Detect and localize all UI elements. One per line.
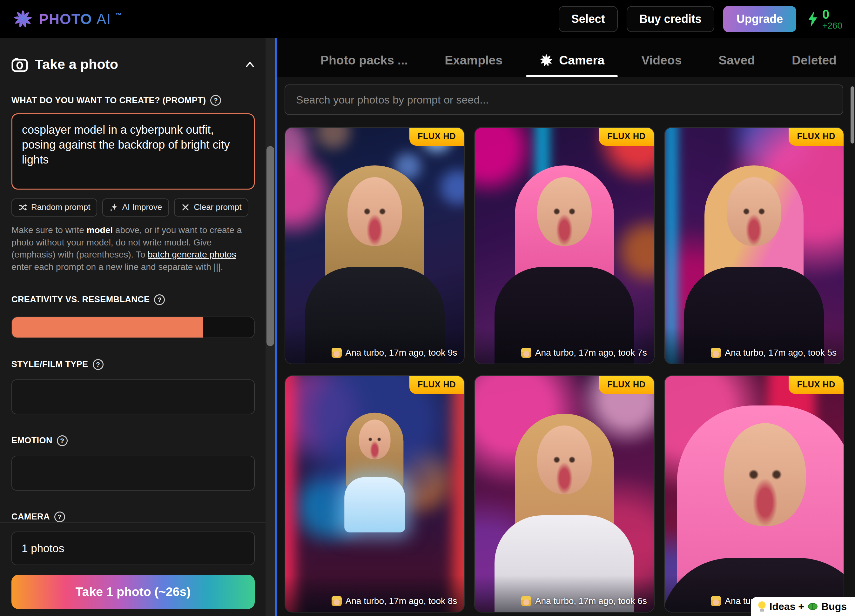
sidebar-scrollbar-thumb[interactable] bbox=[267, 146, 274, 346]
photo-caption: Ana turbo, 17m ago, took 7s bbox=[475, 343, 654, 363]
sidebar-footer: 1 photos Take 1 photo (~26s) bbox=[0, 522, 266, 616]
ideas-label: Ideas + bbox=[769, 601, 804, 613]
prompt-actions: Random prompt AI Improve Clear prompt bbox=[11, 198, 255, 216]
credits-count: 0 bbox=[822, 8, 829, 21]
style-input[interactable] bbox=[11, 380, 255, 414]
credits-indicator[interactable]: 0 +260 bbox=[807, 8, 842, 30]
gallery-main: Photo packs ... Examples bbox=[277, 38, 855, 616]
model-avatar-icon bbox=[711, 596, 721, 606]
camera-help-icon[interactable]: ? bbox=[54, 512, 65, 523]
photo-card[interactable]: FLUX HD Ana turbo, 17m ago, took 7s bbox=[474, 127, 654, 364]
swirl-tab-icon bbox=[539, 54, 553, 67]
random-prompt-button[interactable]: Random prompt bbox=[11, 198, 97, 216]
photoai-app: PHOTO AI ™ Select Buy credits Upgrade 0 … bbox=[0, 0, 855, 616]
tab-videos[interactable]: Videos bbox=[641, 44, 682, 77]
style-help-icon[interactable]: ? bbox=[93, 359, 104, 370]
photo-figure bbox=[323, 391, 426, 528]
sparkles-icon bbox=[109, 203, 118, 212]
take-photo-sidebar: Take a photo WHAT DO YOU WANT TO CREATE?… bbox=[0, 38, 266, 616]
model-avatar-icon bbox=[521, 596, 531, 606]
photo-caption: Ana turbo, 17m ago, took 5s bbox=[665, 343, 844, 363]
sidebar-scroll-content: Take a photo WHAT DO YOU WANT TO CREATE?… bbox=[0, 38, 266, 522]
model-avatar-icon bbox=[521, 348, 531, 358]
creativity-help-icon[interactable]: ? bbox=[154, 294, 165, 305]
chevron-up-icon[interactable] bbox=[245, 61, 255, 68]
ideas-bugs-badge[interactable]: Ideas + Bugs bbox=[751, 597, 855, 616]
photo-card[interactable]: FLUX HD Ana turbo, 17m ago, took 6s bbox=[474, 375, 654, 613]
search-bar bbox=[285, 84, 843, 115]
style-label: STYLE/FILM TYPE bbox=[11, 359, 88, 369]
creativity-label-row: CREATIVITY VS. RESEMBLANCE ? bbox=[11, 294, 255, 305]
photo-card[interactable]: FLUX HD Ana turbo, 17m ago, took 9s bbox=[285, 127, 465, 364]
take-photo-button[interactable]: Take 1 photo (~26s) bbox=[11, 575, 255, 609]
prompt-help-icon[interactable]: ? bbox=[210, 95, 221, 106]
helper-model-word: model bbox=[87, 225, 113, 235]
photo-grid: FLUX HD Ana turbo, 17m ago, took 9s FLUX… bbox=[285, 127, 844, 613]
camera-label: CAMERA bbox=[11, 512, 50, 522]
upgrade-button[interactable]: Upgrade bbox=[723, 6, 796, 32]
logo-trademark: ™ bbox=[115, 12, 122, 19]
photo-card[interactable]: FLUX HD Ana turbo, 17m ago, took 6s bbox=[664, 375, 844, 613]
buy-credits-button[interactable]: Buy credits bbox=[627, 6, 714, 32]
camera-label-row: CAMERA ? bbox=[11, 512, 255, 523]
style-label-row: STYLE/FILM TYPE ? bbox=[11, 359, 255, 370]
model-avatar-icon bbox=[711, 348, 721, 358]
photo-caption: Ana turbo, 17m ago, took 8s bbox=[285, 591, 464, 612]
swirl-logo-icon bbox=[13, 9, 33, 29]
lightbulb-icon bbox=[758, 601, 766, 611]
credits-bonus: +260 bbox=[822, 21, 842, 30]
clear-prompt-button[interactable]: Clear prompt bbox=[174, 198, 248, 216]
shuffle-icon bbox=[18, 203, 27, 212]
prompt-helper-text: Make sure to write model above, or if yo… bbox=[11, 224, 255, 273]
photo-card[interactable]: FLUX HD Ana turbo, 17m ago, took 5s bbox=[664, 127, 844, 364]
prompt-label-row: WHAT DO YOU WANT TO CREATE? (PROMPT) ? bbox=[11, 95, 255, 106]
creativity-slider-fill bbox=[12, 317, 203, 337]
flux-hd-badge: FLUX HD bbox=[789, 376, 844, 394]
tab-photo-packs[interactable]: Photo packs ... bbox=[320, 44, 408, 77]
flux-hd-badge: FLUX HD bbox=[599, 128, 654, 146]
flux-hd-badge: FLUX HD bbox=[409, 376, 464, 394]
panel-header[interactable]: Take a photo bbox=[11, 57, 255, 72]
panel-title: Take a photo bbox=[35, 57, 118, 72]
model-avatar-icon bbox=[332, 348, 342, 358]
prompt-textarea[interactable]: cosplayer model in a cyberpunk outfit, p… bbox=[11, 113, 255, 190]
photo-caption: Ana turbo, 17m ago, took 9s bbox=[285, 343, 464, 363]
tab-examples[interactable]: Examples bbox=[444, 44, 503, 77]
creativity-slider[interactable] bbox=[11, 317, 255, 338]
search-input[interactable] bbox=[285, 84, 843, 115]
lightning-bolt-icon bbox=[807, 11, 818, 27]
app-header: PHOTO AI ™ Select Buy credits Upgrade 0 … bbox=[0, 0, 855, 38]
bug-icon bbox=[808, 603, 818, 610]
bugs-label: Bugs bbox=[821, 601, 847, 613]
emotion-label: EMOTION bbox=[11, 436, 52, 446]
photo-card[interactable]: FLUX HD Ana turbo, 17m ago, took 8s bbox=[285, 375, 465, 613]
tab-bar: Photo packs ... Examples bbox=[320, 44, 837, 77]
batch-generate-link[interactable]: batch generate photos bbox=[148, 250, 236, 259]
tab-deleted[interactable]: Deleted bbox=[792, 44, 837, 77]
camera-icon bbox=[11, 57, 28, 72]
prompt-label: WHAT DO YOU WANT TO CREATE? (PROMPT) bbox=[11, 96, 206, 106]
emotion-input[interactable] bbox=[11, 456, 255, 490]
flux-hd-badge: FLUX HD bbox=[409, 128, 464, 146]
model-avatar-icon bbox=[332, 596, 342, 606]
main-scrollbar-thumb[interactable] bbox=[850, 86, 854, 144]
flux-hd-badge: FLUX HD bbox=[789, 128, 844, 146]
select-button[interactable]: Select bbox=[559, 6, 618, 32]
photo-caption: Ana turbo, 17m ago, took 6s bbox=[475, 591, 654, 612]
logo-word-photo: PHOTO bbox=[39, 11, 92, 28]
credits-values: 0 +260 bbox=[822, 8, 842, 30]
photo-count-select[interactable]: 1 photos bbox=[11, 532, 255, 565]
creativity-label: CREATIVITY VS. RESEMBLANCE bbox=[11, 295, 150, 305]
ai-improve-button[interactable]: AI Improve bbox=[102, 198, 169, 216]
photoai-logo[interactable]: PHOTO AI ™ bbox=[13, 9, 122, 29]
sidebar-scrollbar[interactable] bbox=[265, 38, 275, 616]
logo-word-ai: AI bbox=[97, 11, 111, 28]
emotion-label-row: EMOTION ? bbox=[11, 435, 255, 446]
tab-saved[interactable]: Saved bbox=[719, 44, 755, 77]
flux-hd-badge: FLUX HD bbox=[599, 376, 654, 394]
tab-camera[interactable]: Camera bbox=[539, 44, 604, 77]
logo-wordmark: PHOTO AI ™ bbox=[39, 11, 122, 28]
close-icon bbox=[181, 203, 190, 212]
emotion-help-icon[interactable]: ? bbox=[57, 435, 67, 446]
